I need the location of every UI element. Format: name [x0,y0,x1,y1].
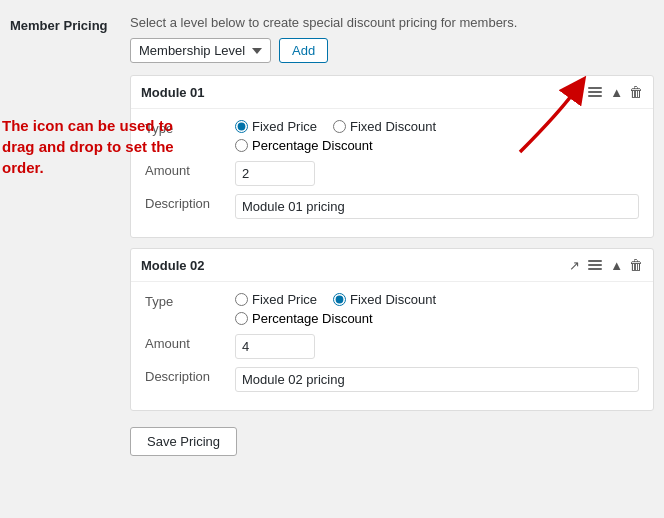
module-02-fixed-price-option: Fixed Price [235,292,317,307]
module-02-header: Module 02 ↗ ▲ 🗑 [131,249,653,282]
module-02-type-options: Fixed Price Fixed Discount Percentage Di… [235,292,639,326]
percentage-discount-label[interactable]: Percentage Discount [252,138,373,153]
drag-handle[interactable] [586,85,604,99]
module-02-fixed-discount-radio[interactable] [333,293,346,306]
drag-handle-icon[interactable] [586,85,604,99]
membership-level-select[interactable]: Membership Level Gold Silver Bronze [130,38,271,63]
fixed-discount-label[interactable]: Fixed Discount [350,119,436,134]
module-02-delete-icon[interactable]: 🗑 [629,257,643,273]
percentage-discount-row: Percentage Discount [235,138,639,153]
module-02-percentage-discount-radio[interactable] [235,312,248,325]
module-01-description-row: Description [145,194,639,219]
right-content-area: Select a level below to create special d… [120,10,664,466]
module-01-body: Type Fixed Price Fixed Discount [131,109,653,237]
module-02-drag-handle[interactable] [586,258,604,272]
module-02-amount-row: Amount [145,334,639,359]
add-button[interactable]: Add [279,38,328,63]
module-02-title: Module 02 [141,258,205,273]
module-02-fixed-discount-option: Fixed Discount [333,292,436,307]
amount-input[interactable] [235,161,315,186]
collapse-icon[interactable]: ▲ [610,85,623,100]
module-02-amount-value [235,334,639,359]
type-radio-group: Fixed Price Fixed Discount [235,119,639,134]
fixed-discount-radio[interactable] [333,120,346,133]
fixed-price-radio[interactable] [235,120,248,133]
amount-value [235,161,639,186]
external-link-icon[interactable]: ↗ [569,85,580,100]
module-02-description-value [235,367,639,392]
module-02-card: Module 02 ↗ ▲ 🗑 [130,248,654,411]
type-label: Type [145,119,235,136]
module-02-description-row: Description [145,367,639,392]
description-input[interactable] [235,194,639,219]
module-02-fixed-discount-label[interactable]: Fixed Discount [350,292,436,307]
module-01-amount-row: Amount [145,161,639,186]
module-02-amount-label: Amount [145,334,235,351]
module-01-card: Module 01 ↗ ▲ 🗑 [130,75,654,238]
module-02-percentage-discount-row: Percentage Discount [235,311,639,326]
description-value [235,194,639,219]
description-label: Description [145,194,235,211]
top-description: Select a level below to create special d… [130,15,654,30]
module-02-collapse-icon[interactable]: ▲ [610,258,623,273]
module-01-actions: ↗ ▲ 🗑 [569,84,643,100]
amount-label: Amount [145,161,235,178]
module-02-amount-input[interactable] [235,334,315,359]
module-02-type-label: Type [145,292,235,309]
module-02-description-input[interactable] [235,367,639,392]
module-02-actions: ↗ ▲ 🗑 [569,257,643,273]
percentage-discount-radio[interactable] [235,139,248,152]
module-02-drag-handle-icon[interactable] [586,258,604,272]
module-01-title: Module 01 [141,85,205,100]
fixed-price-label[interactable]: Fixed Price [252,119,317,134]
fixed-discount-option: Fixed Discount [333,119,436,134]
page-section-label: Member Pricing [0,10,120,466]
fixed-price-option: Fixed Price [235,119,317,134]
module-02-type-row: Type Fixed Price Fixed Discount [145,292,639,326]
module-01-header: Module 01 ↗ ▲ 🗑 [131,76,653,109]
membership-row: Membership Level Gold Silver Bronze Add [130,38,654,63]
module-02-external-link-icon[interactable]: ↗ [569,258,580,273]
save-pricing-button[interactable]: Save Pricing [130,427,237,456]
module-02-type-radio-group: Fixed Price Fixed Discount [235,292,639,307]
type-options: Fixed Price Fixed Discount Percentage Di… [235,119,639,153]
module-02-description-label: Description [145,367,235,384]
delete-icon[interactable]: 🗑 [629,84,643,100]
module-02-fixed-price-radio[interactable] [235,293,248,306]
module-02-fixed-price-label[interactable]: Fixed Price [252,292,317,307]
module-01-type-row: Type Fixed Price Fixed Discount [145,119,639,153]
module-02-percentage-discount-label[interactable]: Percentage Discount [252,311,373,326]
module-02-body: Type Fixed Price Fixed Discount [131,282,653,410]
